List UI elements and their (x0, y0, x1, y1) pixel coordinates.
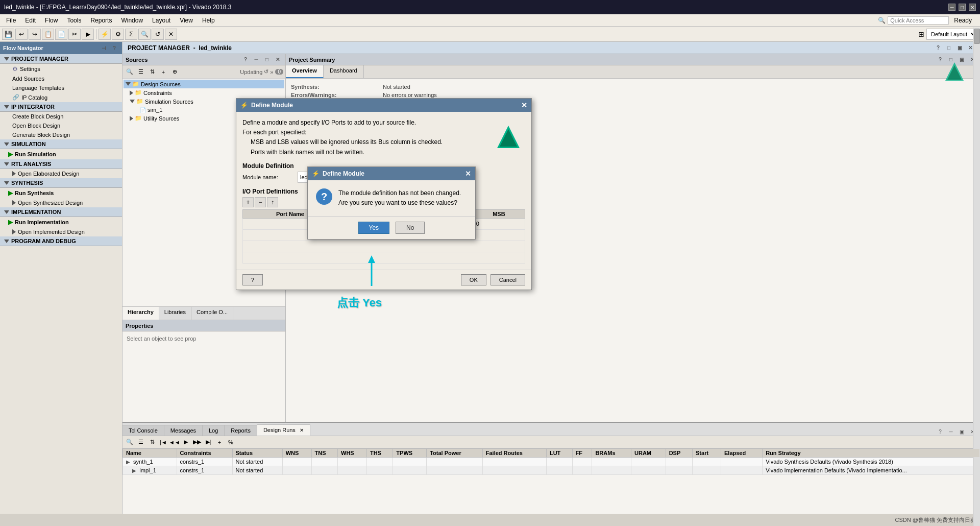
sources-refresh-btn[interactable]: ⊕ (169, 67, 180, 77)
nav-section-program-debug[interactable]: PROGRAM AND DEBUG (0, 236, 122, 246)
bt-percent-btn[interactable]: % (226, 438, 236, 447)
tab-tcl-console[interactable]: Tcl Console (122, 425, 164, 436)
run-btn[interactable]: ▶ (82, 29, 94, 40)
quick-access-input[interactable] (888, 16, 949, 25)
nav-section-simulation[interactable]: SIMULATION (0, 139, 122, 149)
bp-help-btn[interactable]: ? (936, 427, 945, 436)
menu-window[interactable]: Window (117, 16, 147, 25)
nav-item-create-block-design[interactable]: Create Block Design (0, 112, 122, 121)
sources-filter-btn[interactable]: ☰ (136, 67, 146, 77)
port-up-btn[interactable]: ↑ (267, 197, 278, 207)
tab-overview[interactable]: Overview (286, 65, 324, 78)
layout-select[interactable]: Default Layout (926, 29, 978, 40)
dialog-cancel-btn[interactable]: Cancel (491, 274, 525, 285)
tab-messages[interactable]: Messages (164, 425, 203, 436)
program-btn[interactable]: ⚡ (99, 29, 111, 40)
no-button[interactable]: No (396, 222, 425, 234)
dialog-large-close-btn[interactable]: ✕ (521, 101, 527, 109)
paste-btn[interactable]: 📄 (55, 29, 67, 40)
bt-search-btn[interactable]: 🔍 (125, 438, 135, 447)
bt-filter-btn[interactable]: ☰ (136, 438, 146, 447)
bt-prev-btn[interactable]: ◄◄ (169, 438, 180, 447)
table-row[interactable]: ▶ impl_1 constrs_1 Not started (123, 466, 980, 475)
tab-reports[interactable]: Reports (225, 425, 257, 436)
menu-file[interactable]: File (2, 16, 20, 25)
tab-libraries[interactable]: Libraries (159, 307, 191, 320)
menu-view[interactable]: View (176, 16, 197, 25)
pm-undock-btn[interactable]: □ (944, 44, 953, 52)
design-sources-folder[interactable]: 📁 Design Sources (124, 80, 284, 88)
flow-nav-pin[interactable]: ⊣ (99, 44, 108, 52)
tab-compile-order[interactable]: Compile O... (191, 307, 233, 320)
bp-max-btn[interactable]: ▣ (957, 427, 966, 436)
sources-sort-btn[interactable]: ⇅ (147, 67, 157, 77)
nav-item-run-simulation[interactable]: ▶ Run Simulation (0, 149, 122, 159)
menu-help[interactable]: Help (198, 16, 219, 25)
sources-min-btn[interactable]: ─ (252, 56, 261, 64)
stop-btn[interactable]: ✕ (165, 29, 177, 40)
pm-max-btn[interactable]: ▣ (955, 44, 964, 52)
flow-nav-help[interactable]: ? (110, 44, 119, 52)
nav-section-ip-integrator[interactable]: IP INTEGRATOR (0, 102, 122, 112)
sources-help-btn[interactable]: ? (241, 56, 250, 64)
bt-sort-btn[interactable]: ⇅ (147, 438, 157, 447)
bp-min-btn[interactable]: ─ (946, 427, 955, 436)
nav-item-generate-block-design[interactable]: Generate Block Design (0, 130, 122, 139)
nav-section-project-manager[interactable]: PROJECT MANAGER (0, 54, 122, 64)
tab-design-runs[interactable]: Design Runs ✕ (257, 424, 310, 436)
row-expand[interactable]: ▶ (126, 459, 130, 465)
refresh-btn[interactable]: ↺ (152, 29, 164, 40)
tab-log[interactable]: Log (203, 425, 225, 436)
sources-add-btn[interactable]: + (158, 67, 168, 77)
ps-help-btn[interactable]: ? (936, 56, 945, 64)
bt-play-btn[interactable]: ▶ (181, 438, 191, 447)
nav-item-add-sources[interactable]: Add Sources (0, 74, 122, 83)
pm-help-btn[interactable]: ? (934, 44, 943, 52)
nav-item-open-implemented[interactable]: Open Implemented Design (0, 227, 122, 236)
nav-item-settings[interactable]: ⚙ Settings (0, 64, 122, 74)
bt-add-btn[interactable]: + (214, 438, 225, 447)
dialog-small-close-btn[interactable]: ✕ (465, 170, 471, 178)
menu-reports[interactable]: Reports (86, 16, 116, 25)
maximize-btn[interactable]: □ (959, 4, 966, 11)
nav-section-rtl[interactable]: RTL ANALYSIS (0, 159, 122, 169)
debug-btn[interactable]: 🔍 (138, 29, 151, 40)
dialog-ok-btn[interactable]: OK (461, 274, 486, 285)
menu-layout[interactable]: Layout (148, 16, 175, 25)
nav-item-ip-catalog[interactable]: 🔗 IP Catalog (0, 92, 122, 102)
row-expand[interactable]: ▶ (132, 468, 136, 473)
bt-next-btn[interactable]: ▶▶ (192, 438, 202, 447)
cut-btn[interactable]: ✂ (68, 29, 81, 40)
nav-item-open-elaborated[interactable]: Open Elaborated Design (0, 169, 122, 178)
close-btn[interactable]: ✕ (969, 4, 976, 11)
port-add-btn[interactable]: + (242, 197, 254, 207)
tab-hierarchy[interactable]: Hierarchy (122, 307, 159, 320)
settings-btn[interactable]: ⚙ (112, 29, 124, 40)
undo-btn[interactable]: ↩ (15, 29, 28, 40)
menu-flow[interactable]: Flow (41, 16, 62, 25)
nav-item-run-synthesis[interactable]: ▶ Run Synthesis (0, 188, 122, 198)
sources-search-btn[interactable]: 🔍 (125, 67, 135, 77)
bt-first-btn[interactable]: |◄ (158, 438, 168, 447)
port-remove-btn[interactable]: − (255, 197, 266, 207)
yes-button[interactable]: Yes (358, 222, 390, 234)
nav-section-synthesis[interactable]: SYNTHESIS (0, 178, 122, 188)
menu-edit[interactable]: Edit (21, 16, 40, 25)
sources-close-btn[interactable]: ✕ (273, 56, 282, 64)
copy-btn[interactable]: 📋 (42, 29, 54, 40)
minimize-btn[interactable]: ─ (948, 4, 955, 11)
nav-section-implementation[interactable]: IMPLEMENTATION (0, 207, 122, 217)
tab-dashboard[interactable]: Dashboard (324, 65, 364, 78)
bt-last-btn[interactable]: ▶| (203, 438, 213, 447)
nav-item-open-synthesized[interactable]: Open Synthesized Design (0, 198, 122, 207)
sources-max-btn[interactable]: □ (262, 56, 272, 64)
dialog-help-btn[interactable]: ? (242, 274, 263, 285)
nav-item-language-templates[interactable]: Language Templates (0, 83, 122, 92)
constraints-folder[interactable]: 📁 Constraints (128, 88, 284, 97)
nav-item-open-block-design[interactable]: Open Block Design (0, 121, 122, 130)
nav-item-run-implementation[interactable]: ▶ Run Implementation (0, 217, 122, 227)
tab-close-btn[interactable]: ✕ (300, 427, 304, 433)
sum-btn[interactable]: Σ (125, 29, 137, 40)
table-row[interactable]: ▶ synth_1 constrs_1 Not started (123, 458, 980, 466)
redo-btn[interactable]: ↪ (29, 29, 41, 40)
